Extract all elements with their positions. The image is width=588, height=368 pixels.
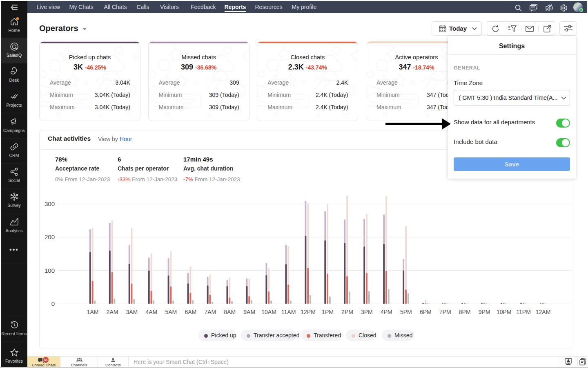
svg-text:5AM: 5AM [165, 309, 177, 315]
svg-text:3PM: 3PM [361, 309, 373, 315]
svg-text:4PM: 4PM [381, 309, 392, 315]
svg-text:8AM: 8AM [224, 309, 236, 315]
svg-text:7AM: 7AM [204, 309, 216, 315]
svg-text:1AM: 1AM [87, 309, 99, 315]
svg-text:8PM: 8PM [459, 309, 471, 315]
svg-text:100: 100 [45, 267, 55, 274]
svg-text:300: 300 [45, 200, 55, 207]
svg-text:11AM: 11AM [281, 309, 296, 315]
svg-text:12PM: 12PM [301, 309, 316, 315]
svg-text:9PM: 9PM [479, 309, 490, 315]
svg-text:9AM: 9AM [243, 309, 255, 315]
svg-text:10AM: 10AM [261, 309, 276, 315]
svg-text:12AM: 12AM [536, 309, 551, 315]
svg-text:6PM: 6PM [420, 309, 432, 315]
svg-text:5PM: 5PM [400, 309, 412, 315]
svg-text:10PM: 10PM [497, 309, 512, 315]
svg-text:1PM: 1PM [322, 309, 334, 315]
svg-text:6AM: 6AM [185, 309, 196, 315]
svg-text:3AM: 3AM [126, 309, 138, 315]
svg-text:200: 200 [45, 233, 55, 240]
svg-text:11PM: 11PM [516, 309, 531, 315]
svg-text:4AM: 4AM [146, 309, 158, 315]
svg-text:0: 0 [51, 300, 55, 307]
svg-text:2PM: 2PM [341, 309, 353, 315]
svg-text:2AM: 2AM [107, 309, 118, 315]
svg-text:7PM: 7PM [439, 309, 451, 315]
